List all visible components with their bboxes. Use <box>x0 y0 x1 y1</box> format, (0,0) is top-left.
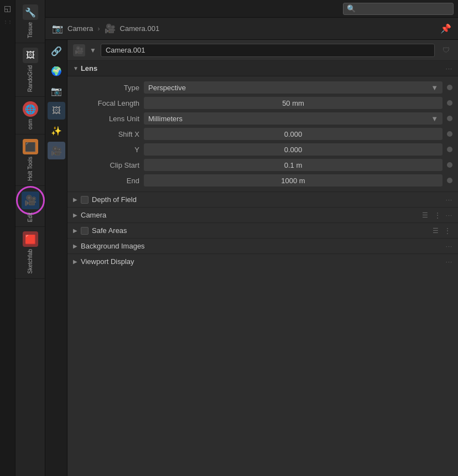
lens-section: ▼ Lens ··· Type Perspective ▼ <box>67 61 458 192</box>
prop-label-focal-length: Focal Length <box>73 99 139 107</box>
view-icon[interactable]: ◱ <box>2 2 14 14</box>
breadcrumb-camera[interactable]: Camera <box>67 24 93 33</box>
camera-list-icon[interactable]: ☰ <box>420 210 430 220</box>
dof-dots[interactable]: ··· <box>446 196 452 203</box>
prop-dot-clip-start[interactable] <box>447 162 452 168</box>
breadcrumb-camera-label: Camera <box>67 24 93 33</box>
lens-section-header[interactable]: ▼ Lens ··· <box>67 61 458 76</box>
prop-dot-type[interactable] <box>447 85 452 90</box>
lens-collapse-arrow: ▼ <box>73 65 79 71</box>
prop-icon-particles[interactable]: ✨ <box>48 122 65 139</box>
plugin-randogrid[interactable]: 🖼 RandoGrid <box>15 43 45 97</box>
camera-section-dots[interactable]: ··· <box>446 212 452 219</box>
lens-section-title: Lens <box>81 64 97 73</box>
plugin-holt-tools[interactable]: ⬛ Holt Tools <box>15 134 45 186</box>
dof-arrow: ▶ <box>73 196 77 203</box>
breadcrumb-camera001-label: Camera.001 <box>120 24 160 33</box>
prop-value-shift-y[interactable]: 0.000 <box>144 143 443 156</box>
safe-areas-checkbox[interactable] <box>81 227 89 235</box>
shift-y-value: 0.000 <box>284 146 303 154</box>
safe-areas-section[interactable]: ▶ Safe Areas ☰ ⋮ <box>67 223 458 238</box>
plugin-tissue[interactable]: 🔧 Tissue <box>15 0 45 43</box>
randogrid-icon: 🖼 <box>23 48 38 63</box>
dof-checkbox[interactable] <box>81 196 89 204</box>
bg-images-dots[interactable]: ··· <box>446 243 452 250</box>
type-dropdown-arrow: ▼ <box>431 84 438 92</box>
prop-dot-lens-unit[interactable] <box>447 116 452 121</box>
viewport-display-section[interactable]: ▶ Viewport Display ··· <box>67 253 458 269</box>
lens-props-body: Type Perspective ▼ Focal Length 50 mm <box>67 76 458 192</box>
edit-camera-icon: 🎥 <box>22 192 39 209</box>
dof-label: Depth of Field <box>92 195 443 204</box>
prop-value-clip-start[interactable]: 0.1 m <box>144 159 443 171</box>
prop-icon-camera[interactable]: 🎥 <box>48 142 65 159</box>
viewport-display-dots[interactable]: ··· <box>446 258 452 265</box>
plugin-randogrid-label: RandoGrid <box>27 65 33 92</box>
prop-row-lens-unit: Lens Unit Millimeters ▼ <box>67 111 458 126</box>
plugin-sketchfab[interactable]: 🟥 Sketchfab <box>15 227 45 278</box>
prop-row-shift-x: Shift X 0.000 <box>67 126 458 142</box>
bg-images-arrow: ▶ <box>73 243 77 249</box>
prop-label-type: Type <box>73 84 139 92</box>
viewport-display-label: Viewport Display <box>81 257 443 266</box>
lens-unit-dropdown-arrow: ▼ <box>431 115 438 123</box>
data-block-header: 🎥 ▼ 🛡 <box>67 40 458 61</box>
prop-icon-world[interactable]: 🌍 <box>48 62 65 80</box>
prop-dot-shift-y[interactable] <box>447 147 452 152</box>
safe-areas-list-icon[interactable]: ☰ <box>430 226 440 236</box>
camera-section[interactable]: ▶ Camera ☰ ⋮ ··· <box>67 207 458 223</box>
plugin-sketchfab-label: Sketchfab <box>27 249 33 273</box>
props-content: 🎥 ▼ 🛡 ▼ Lens ··· Type Perspecti <box>67 40 458 476</box>
prop-label-clip-end: End <box>73 177 139 185</box>
data-block-name-input[interactable] <box>101 44 435 57</box>
data-block-camera-icon[interactable]: 🎥 <box>73 44 85 56</box>
prop-row-clip-start: Clip Start 0.1 m <box>67 157 458 173</box>
prop-dot-shift-x[interactable] <box>447 131 452 137</box>
prop-icon-data[interactable]: 🖼 <box>48 102 65 120</box>
prop-row-clip-end: End 1000 m <box>67 173 458 188</box>
prop-row-shift-y: Y 0.000 <box>67 142 458 157</box>
prop-icon-object[interactable]: 📷 <box>48 82 65 100</box>
breadcrumb-camera001[interactable]: Camera.001 <box>120 24 160 33</box>
prop-value-clip-end[interactable]: 1000 m <box>144 174 443 187</box>
search-icon: 🔍 <box>347 4 356 13</box>
prop-dropdown-type[interactable]: Perspective ▼ <box>144 81 443 94</box>
far-left-sidebar: ◱ ⋮⋮ <box>0 0 15 476</box>
prop-value-shift-x[interactable]: 0.000 <box>144 128 443 140</box>
prop-icon-scene[interactable]: 🔗 <box>48 42 65 60</box>
search-box[interactable]: 🔍 <box>343 3 454 15</box>
prop-label-shift-y: Y <box>73 146 139 154</box>
prop-dot-clip-end[interactable] <box>447 178 452 183</box>
drag-handle: ⋮⋮ <box>2 15 14 28</box>
prop-dropdown-lens-unit[interactable]: Millimeters ▼ <box>144 112 443 125</box>
depth-of-field-section[interactable]: ▶ Depth of Field ··· <box>67 192 458 207</box>
camera-section-label: Camera <box>81 211 417 219</box>
plugin-edit[interactable]: 🎥 Edit <box>15 186 45 227</box>
safe-areas-list-icon2[interactable]: ⋮ <box>443 226 452 236</box>
main-panel: 🔍 📷 Camera › 🎥 Camera.001 📌 🔗 🌍 📷 🖼 ✨ 🎥 <box>45 0 458 476</box>
prop-value-focal-length[interactable]: 50 mm <box>144 97 443 109</box>
shield-icon: 🛡 <box>439 44 452 57</box>
plugin-holt-tools-label: Holt Tools <box>27 157 33 181</box>
breadcrumb-camera-icon: 📷 <box>52 23 63 34</box>
camera-list-icon2[interactable]: ⋮ <box>433 210 443 220</box>
prop-label-shift-x: Shift X <box>73 130 139 138</box>
background-images-section[interactable]: ▶ Background Images ··· <box>67 238 458 253</box>
safe-areas-arrow: ▶ <box>73 227 77 234</box>
data-block-dropdown-arrow[interactable]: ▼ <box>90 46 96 54</box>
plugin-tissue-label: Tissue <box>27 22 33 38</box>
props-header: 📷 Camera › 🎥 Camera.001 📌 <box>45 18 458 40</box>
safe-areas-icons: ☰ ⋮ <box>430 226 452 236</box>
lens-section-dots[interactable]: ··· <box>446 65 452 72</box>
lens-unit-value: Millimeters <box>148 115 183 123</box>
pin-icon[interactable]: 📌 <box>440 23 451 34</box>
prop-dot-focal-length[interactable] <box>447 100 452 106</box>
plugin-osm[interactable]: 🌐 osm <box>15 97 45 134</box>
prop-dropdown-type-value: Perspective <box>148 84 186 92</box>
clip-start-value: 0.1 m <box>284 161 303 169</box>
tissue-icon: 🔧 <box>23 4 38 20</box>
safe-areas-label: Safe Areas <box>92 226 427 235</box>
prop-label-clip-start: Clip Start <box>73 161 139 169</box>
prop-row-type: Type Perspective ▼ <box>67 80 458 95</box>
plugin-osm-label: osm <box>27 119 33 130</box>
